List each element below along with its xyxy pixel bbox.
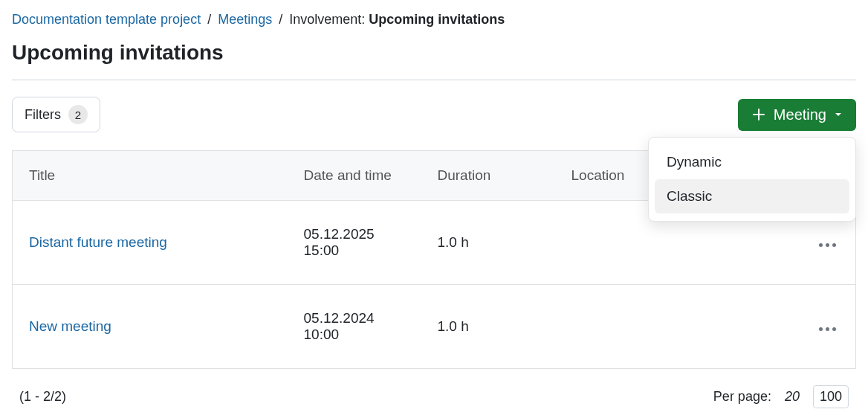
meeting-duration: 1.0 h xyxy=(421,201,555,285)
dropdown-item-classic[interactable]: Classic xyxy=(655,179,849,213)
breadcrumb-current-label: Involvement: xyxy=(289,12,369,27)
pagination-range: (1 - 2/2) xyxy=(19,389,66,405)
more-icon[interactable] xyxy=(816,324,839,334)
per-page-option-100[interactable]: 100 xyxy=(813,385,849,408)
breadcrumb: Documentation template project / Meeting… xyxy=(12,12,856,28)
breadcrumb-separator: / xyxy=(279,12,282,27)
meeting-datetime: 05.12.2025 15:00 xyxy=(288,201,421,285)
meeting-duration: 1.0 h xyxy=(421,285,555,369)
meeting-title-link[interactable]: Distant future meeting xyxy=(29,234,167,250)
breadcrumb-current-value: Upcoming invitations xyxy=(369,12,505,27)
filters-label: Filters xyxy=(25,107,61,123)
per-page-option-20[interactable]: 20 xyxy=(780,386,804,408)
page-title: Upcoming invitations xyxy=(12,41,856,65)
per-page-label: Per page: xyxy=(713,389,771,405)
add-meeting-button[interactable]: Meeting xyxy=(738,99,856,131)
header-duration[interactable]: Duration xyxy=(421,151,555,201)
meeting-button-label: Meeting xyxy=(774,106,826,123)
header-datetime[interactable]: Date and time xyxy=(288,151,421,201)
breadcrumb-link-meetings[interactable]: Meetings xyxy=(218,12,272,27)
more-icon[interactable] xyxy=(816,240,839,250)
dropdown-item-dynamic[interactable]: Dynamic xyxy=(655,145,849,179)
meeting-dropdown: Dynamic Classic xyxy=(648,137,856,222)
table-row: New meeting 05.12.2024 10:00 1.0 h xyxy=(13,285,856,369)
meeting-title-link[interactable]: New meeting xyxy=(29,318,111,334)
table-footer: (1 - 2/2) Per page: 20 100 xyxy=(12,369,856,408)
chevron-down-icon xyxy=(834,110,843,119)
plus-icon xyxy=(751,107,766,122)
meeting-location xyxy=(555,285,797,369)
filters-button[interactable]: Filters 2 xyxy=(12,97,100,132)
breadcrumb-separator: / xyxy=(207,12,211,27)
header-title[interactable]: Title xyxy=(13,151,288,201)
breadcrumb-link-project[interactable]: Documentation template project xyxy=(12,12,201,27)
meeting-datetime: 05.12.2024 10:00 xyxy=(288,285,421,369)
divider xyxy=(12,80,856,80)
per-page-selector: Per page: 20 100 xyxy=(713,385,849,408)
toolbar: Filters 2 Meeting Dynamic Classic xyxy=(12,97,856,132)
filters-count-badge: 2 xyxy=(68,105,88,124)
